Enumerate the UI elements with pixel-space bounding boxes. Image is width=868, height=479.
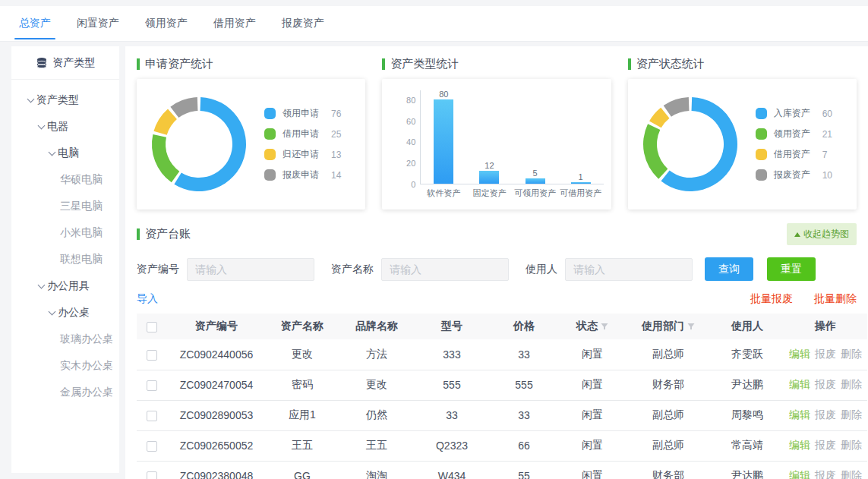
legend-label: 报废申请 [282,169,331,181]
row-checkbox[interactable] [147,441,157,452]
apply-donut-legend: 领用申请76借用申请25归还申请13报废申请14 [264,103,341,185]
legend-item-报废资产: 报废资产10 [756,165,832,185]
import-link[interactable]: 导入 [137,292,158,306]
action-edit[interactable]: 编辑 [789,469,810,479]
tree-item-华硕电脑[interactable]: 华硕电脑 [11,166,119,193]
action-edit[interactable]: 编辑 [789,378,810,390]
row-checkbox[interactable] [147,350,157,361]
row-select-cell [137,400,167,430]
tab-领用资产[interactable]: 领用资产 [145,6,188,42]
bar-value-label: 12 [485,161,494,170]
action-delete[interactable]: 删除 [841,378,862,390]
header-select-cell [137,314,167,339]
donut-segment-领用资产 [643,124,668,179]
action-edit[interactable]: 编辑 [789,348,810,360]
tree-item-办公桌[interactable]: 办公桌 [11,299,119,326]
reset-button[interactable]: 重置 [767,257,816,281]
action-delete[interactable]: 删除 [841,469,862,479]
tab-借用资产[interactable]: 借用资产 [213,6,256,42]
tab-报废资产[interactable]: 报废资产 [282,6,324,42]
column-header-brand: 品牌名称 [339,314,415,339]
chevron-down-icon [38,122,46,130]
bar-category-label: 可领用资产 [514,188,556,199]
row-checkbox[interactable] [147,471,157,479]
legend-label: 借用资产 [774,148,822,161]
row-select-cell [137,430,167,461]
action-scrap[interactable]: 报废 [815,408,836,421]
table-row: ZC0902440056更改方法33333闲置副总师齐雯跃编辑报废删除 [137,339,867,370]
tree-item-三星电脑[interactable]: 三星电脑 [11,193,119,219]
cell-dept: 副总师 [626,430,711,461]
action-delete[interactable]: 删除 [841,408,862,421]
y-axis-tick: 20 [394,159,415,168]
cell-name: GG [266,461,339,479]
section-bar-icon [137,58,140,70]
action-scrap[interactable]: 报废 [815,469,836,479]
table-row: ZC0902380048GG淘淘W43455闲置财务部尹达鹏编辑报废删除 [137,461,867,479]
search-input-资产名称[interactable] [381,258,509,281]
chevron-down-icon [38,282,46,289]
search-input-使用人[interactable] [565,258,693,281]
batch-scrap-link[interactable]: 批量报废 [750,292,793,306]
chart-title-type: 资产类型统计 [382,57,611,71]
legend-swatch-icon [264,128,276,140]
tree-item-联想电脑[interactable]: 联想电脑 [11,246,119,273]
legend-swatch-icon [756,128,767,140]
action-delete[interactable]: 删除 [841,439,862,451]
legend-value: 13 [331,150,341,160]
column-header-user: 使用人 [711,314,784,339]
main-panel: 申请资产统计 领用申请76借用申请25归还申请13报废申请14 资产类型统计 0… [125,46,868,479]
collapse-trend-button[interactable]: 收起趋势图 [787,223,857,245]
tree-item-玻璃办公桌[interactable]: 玻璃办公桌 [11,326,119,352]
legend-label: 归还申请 [282,148,331,161]
tab-闲置资产[interactable]: 闲置资产 [77,6,119,42]
action-scrap[interactable]: 报废 [815,348,836,360]
sidebar: 资产类型 资产类型电器电脑华硕电脑三星电脑小米电脑联想电脑办公用具办公桌玻璃办公… [11,46,119,473]
tree-item-小米电脑[interactable]: 小米电脑 [11,219,119,246]
legend-swatch-icon [264,108,276,119]
ledger-title-text: 资产台账 [145,227,191,241]
select-all-checkbox[interactable] [147,322,157,332]
section-bar-icon [628,58,631,70]
bar-value-label: 80 [439,90,448,99]
tree-item-资产类型[interactable]: 资产类型 [11,87,119,113]
row-checkbox[interactable] [147,411,157,421]
type-stats-card: 02040608080软件资产12固定资产5可领用资产1可借用资产 [382,79,611,210]
tree-item-金属办公桌[interactable]: 金属办公桌 [11,379,119,405]
column-header-label: 品牌名称 [355,320,398,332]
tree-item-电器[interactable]: 电器 [11,113,119,140]
cell-actions: 编辑报废删除 [784,430,867,461]
cell-name: 更改 [266,339,339,370]
search-input-资产编号[interactable] [187,258,314,281]
tree-item-办公用具[interactable]: 办公用具 [11,273,119,299]
filter-funnel-icon[interactable] [687,323,695,330]
action-scrap[interactable]: 报废 [815,439,836,451]
action-scrap[interactable]: 报废 [815,378,836,390]
cell-price: 33 [489,339,559,370]
bar-value-label: 5 [532,169,537,178]
legend-swatch-icon [756,169,767,181]
column-header-label: 资产编号 [195,320,238,332]
cell-brand: 王五 [339,430,415,461]
cell-user: 尹达鹏 [711,370,784,400]
batch-delete-link[interactable]: 批量删除 [814,292,857,306]
tree-item-电脑[interactable]: 电脑 [11,140,119,166]
filter-funnel-icon[interactable] [601,323,608,330]
section-bar-icon [382,58,385,70]
tab-总资产[interactable]: 总资产 [19,6,51,42]
chart-title-apply: 申请资产统计 [137,57,365,71]
bar-category-label: 软件资产 [427,188,460,199]
action-edit[interactable]: 编辑 [789,439,810,451]
chart-title-text: 申请资产统计 [145,57,213,71]
row-checkbox[interactable] [147,380,157,391]
bar-软件资产 [434,99,453,184]
tree-item-label: 金属办公桌 [60,386,113,398]
action-edit[interactable]: 编辑 [789,408,810,421]
query-button[interactable]: 查询 [705,257,753,281]
cell-model: W434 [415,461,489,479]
tree-item-label: 办公桌 [58,306,90,318]
tree-item-实木办公桌[interactable]: 实木办公桌 [11,352,119,379]
cell-brand: 仍然 [339,400,415,430]
action-delete[interactable]: 删除 [841,348,862,360]
legend-swatch-icon [264,169,276,181]
